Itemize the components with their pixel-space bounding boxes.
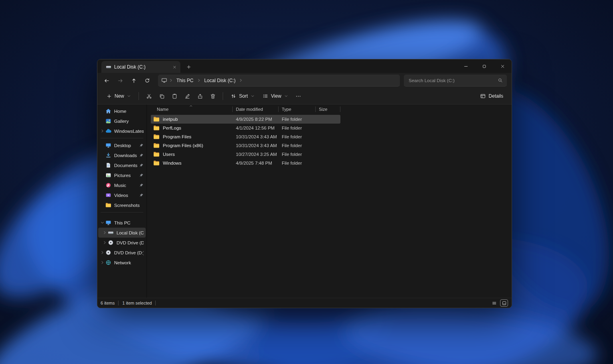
file-date-modified: 10/31/2024 3:43 AM	[233, 134, 279, 139]
home-icon	[105, 108, 111, 114]
breadcrumb-local-disk[interactable]: Local Disk (C:)	[202, 77, 238, 84]
file-name: Program Files	[163, 134, 192, 139]
paste-button[interactable]	[168, 90, 180, 102]
file-row-windows[interactable]: Windows 4/9/2025 7:48 PM File folder	[151, 159, 340, 167]
forward-button[interactable]	[114, 75, 126, 87]
tab-close-icon[interactable]	[171, 63, 178, 71]
back-button[interactable]	[101, 75, 113, 87]
sidebar-item-label: Home	[114, 109, 144, 114]
file-type: File folder	[279, 117, 316, 122]
column-header-date-modified[interactable]: Date modified	[233, 106, 279, 112]
more-options-button[interactable]	[293, 90, 305, 102]
sort-button[interactable]: Sort	[227, 90, 258, 102]
pin-icon	[139, 173, 144, 177]
sidebar-item-dvd-drive-d-2[interactable]: DVD Drive (D:) CCC	[98, 248, 146, 258]
refresh-button[interactable]	[141, 75, 153, 87]
sidebar-item-screenshots[interactable]: Screenshots	[98, 200, 146, 210]
copy-button[interactable]	[156, 90, 168, 102]
file-row-program-files[interactable]: Program Files 10/31/2024 3:43 AM File fo…	[151, 132, 340, 141]
toolbar-divider	[138, 92, 139, 100]
chevron-right-icon[interactable]	[102, 240, 107, 245]
sidebar-spacer	[97, 214, 146, 218]
chevron-spacer	[100, 153, 105, 158]
chevron-right-icon[interactable]	[197, 78, 201, 83]
sidebar-item-documents[interactable]: Documents	[98, 160, 146, 170]
maximize-button[interactable]	[475, 59, 493, 73]
file-date-modified: 10/27/2024 3:25 AM	[233, 152, 279, 157]
file-row-inetpub[interactable]: inetpub 4/9/2025 8:22 PM File folder	[151, 115, 340, 124]
sidebar-item-network[interactable]: Network	[98, 258, 146, 268]
view-button[interactable]: View	[259, 90, 292, 102]
chevron-right-icon[interactable]	[169, 78, 173, 83]
chevron-down-icon[interactable]	[100, 220, 105, 225]
trash-icon	[210, 93, 216, 99]
delete-button[interactable]	[207, 90, 219, 102]
search-icon[interactable]	[498, 78, 503, 83]
chevron-right-icon[interactable]	[239, 78, 243, 83]
cut-button[interactable]	[143, 90, 155, 102]
file-row-perflogs[interactable]: PerfLogs 4/1/2024 12:56 PM File folder	[151, 124, 340, 132]
file-row-program-files-x86[interactable]: Program Files (x86) 10/31/2024 3:43 AM F…	[151, 141, 340, 150]
pictures-icon	[105, 172, 111, 178]
chevron-spacer	[100, 163, 105, 168]
chevron-right-icon[interactable]	[100, 260, 105, 265]
search-box[interactable]	[404, 75, 507, 87]
chevron-spacer	[100, 183, 105, 188]
chevron-right-icon[interactable]	[100, 250, 105, 255]
chevron-spacer	[100, 193, 105, 198]
sidebar-item-music[interactable]: Music	[98, 180, 146, 190]
minimize-button[interactable]	[457, 59, 475, 73]
share-button[interactable]	[194, 90, 206, 102]
file-rows: inetpub 4/9/2025 8:22 PM File folder Per…	[151, 115, 512, 167]
column-header-type[interactable]: Type	[279, 106, 316, 112]
new-button[interactable]: New	[103, 90, 134, 102]
pin-icon	[139, 183, 144, 187]
sidebar-item-desktop[interactable]: Desktop	[98, 140, 146, 150]
large-thumbnail-view-toggle[interactable]	[500, 300, 508, 306]
sidebar-item-label: WindowsLatest - Pr	[114, 129, 144, 134]
plus-icon	[186, 65, 191, 69]
sidebar-item-this-pc[interactable]: This PC	[98, 218, 146, 228]
sidebar-item-label: Downloads	[114, 153, 139, 158]
details-button[interactable]: Details	[477, 90, 507, 102]
column-header-label: Date modified	[236, 107, 263, 112]
chevron-right-icon[interactable]	[100, 128, 105, 134]
column-header-name[interactable]: Name	[151, 106, 233, 112]
pin-icon	[139, 163, 144, 167]
sidebar-item-downloads[interactable]: Downloads	[98, 150, 146, 160]
tab-local-disk-c[interactable]: Local Disk (C:)	[101, 61, 180, 73]
toolbar-divider	[223, 92, 223, 100]
column-header-label: Type	[282, 107, 291, 112]
sidebar-separator	[101, 212, 143, 212]
sidebar-item-gallery[interactable]: Gallery	[98, 116, 146, 126]
pin-icon	[139, 193, 144, 197]
list-view-toggle[interactable]	[490, 300, 498, 306]
up-button[interactable]	[128, 75, 140, 87]
sidebar-item-local-disk-c[interactable]: Local Disk (C:)	[98, 228, 146, 238]
breadcrumb-this-pc[interactable]: This PC	[174, 77, 196, 84]
sidebar-item-label: Screenshots	[114, 203, 144, 208]
this-pc-icon	[105, 220, 111, 226]
selection-count: 1 item selected	[122, 301, 152, 305]
file-row-users[interactable]: Users 10/27/2024 3:25 AM File folder	[151, 150, 340, 159]
items-count: 6 items	[101, 301, 115, 305]
details-pane-icon	[480, 93, 486, 99]
sidebar-item-videos[interactable]: Videos	[98, 190, 146, 200]
rename-button[interactable]	[181, 90, 193, 102]
column-header-size[interactable]: Size	[316, 106, 340, 112]
sidebar-item-onedrive[interactable]: WindowsLatest - Pr	[98, 126, 146, 136]
sidebar-item-home[interactable]: Home	[98, 106, 146, 116]
search-input[interactable]	[408, 78, 494, 83]
breadcrumb[interactable]: This PC Local Disk (C:)	[158, 75, 400, 87]
pin-icon	[139, 143, 144, 148]
chevron-right-icon[interactable]	[102, 230, 107, 235]
sidebar-item-dvd-drive-d[interactable]: DVD Drive (D:) CC	[98, 238, 146, 248]
close-button[interactable]	[493, 59, 512, 73]
sidebar-item-label: Documents	[114, 163, 139, 168]
sidebar-item-label: Gallery	[114, 119, 144, 124]
new-tab-button[interactable]	[184, 62, 194, 72]
chevron-down-icon	[127, 94, 131, 98]
sidebar-item-label: DVD Drive (D:) CCC	[114, 250, 144, 255]
sidebar-item-pictures[interactable]: Pictures	[98, 170, 146, 180]
status-divider	[155, 301, 156, 305]
